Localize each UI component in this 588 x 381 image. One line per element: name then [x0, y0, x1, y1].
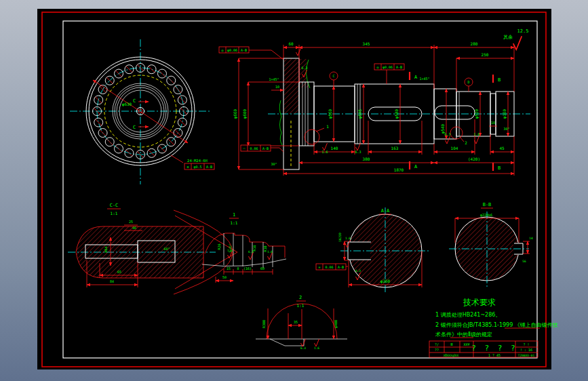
dim-label: 1.6 [267, 250, 273, 254]
feature-frame-cell: ◎ [221, 48, 223, 52]
dim-label: 1.6 [321, 150, 328, 154]
dim-label: 1.6 [314, 346, 319, 350]
tb-cell-r1c3: XX¥ [463, 342, 469, 346]
dim-label: 6.3 [355, 269, 361, 273]
dim-label: C-C [110, 203, 119, 208]
dim-label: 6.3 [355, 150, 361, 154]
dim-label: 6.3 [444, 132, 450, 136]
cc-hatched-body [76, 226, 203, 278]
feature-frame-cell: ⌒ [243, 146, 245, 151]
dim-label: 1×45° [269, 77, 279, 81]
tech-req-item-3: 术条件》中的Ⅱ级的规定 [435, 332, 492, 338]
tb-cell-right2: ! : 16 [520, 348, 532, 352]
dim-label: D [467, 80, 469, 84]
tb-cell-r2c1: ?? [435, 348, 439, 352]
dim-label: R300 [262, 320, 266, 328]
dim-label: C [332, 74, 334, 78]
feature-frame-cell: φ0.06 [227, 48, 237, 53]
dim-label: 6.3 [248, 250, 254, 254]
dim-label: 30° [503, 127, 509, 131]
drawing-number: TZ08XX-01 [518, 354, 535, 357]
dim-label: 60 [260, 266, 264, 270]
dim-label: φ260 [380, 279, 391, 284]
dim-label: 60° [163, 247, 170, 251]
dim-label: 6.3 [301, 66, 307, 70]
feature-frame-cell: A-B [206, 165, 212, 169]
tb-cell-bottom-mid: 1 ? 45 [488, 353, 501, 357]
dim-label: φ545 [357, 108, 363, 119]
dim-label: 1:1 [297, 303, 305, 308]
dim-label: φ580 [394, 108, 399, 119]
feature-frame: ⌒0.06A-B [241, 145, 271, 151]
dim-label: 280 [471, 41, 478, 46]
dim-label: B [498, 165, 501, 171]
dim-label: 1×45° [419, 77, 429, 81]
feature-frame-cell: A-B [262, 146, 269, 151]
dim-label: 30° [271, 162, 277, 166]
dim-label: φ630 [122, 102, 132, 107]
feature-frame-cell: 0.06 [325, 265, 333, 269]
feature-frame-cell: 0.06 [250, 146, 258, 151]
cad-viewport[interactable]: 技术要求 1 调质处理HB241~286。 2 锻件须符合JB/T4385.1-… [0, 0, 588, 381]
dim-label: 140 [331, 146, 338, 151]
dim-label: 18 [491, 121, 495, 125]
dim-label: 46 [132, 226, 136, 230]
dim-label: 1870 [394, 167, 404, 172]
feature-frame-cell: A-B [241, 48, 247, 52]
tech-req-item-2: 2 锻件须符合JB/T4385.1-1999 《锤上自由锻件技 [435, 322, 558, 328]
tb-cell-r1c1: ?/ [435, 342, 439, 346]
dim-label: 56 [522, 260, 526, 263]
dim-label: 163 [391, 146, 399, 151]
dim-label: 2 [299, 295, 302, 300]
dim-label: (16) [243, 266, 252, 270]
tech-req-item-1: 1 调质处理HB241~286。 [435, 312, 501, 318]
dim-label: 8 [237, 266, 239, 270]
feature-frame-cell: A-B [338, 265, 344, 269]
dim-label: 24-M24-6H [187, 159, 208, 163]
dim-label: 25 [129, 220, 133, 224]
dim-label: 15 [227, 266, 231, 270]
dim-label: 1:1 [231, 220, 238, 225]
dim-label: 56JS9 [338, 233, 342, 242]
tb-cell-r1c2: Ⅲ [450, 342, 452, 346]
tb-cell-bottom-left: XⅡXXXqⅠXX [444, 354, 459, 357]
dim-label: 1.6 [227, 249, 233, 252]
dim-label: 1 [326, 124, 329, 129]
dim-label: 380 [363, 157, 370, 161]
feature-frame: =0.06A-B [316, 264, 346, 270]
dim-label: 104 [451, 146, 458, 151]
feature-frame-cell: φ0.06 [383, 65, 393, 70]
dim-label: φ400 [334, 320, 338, 328]
dim-label: φ660 [233, 108, 238, 119]
dim-label: 2 [465, 140, 467, 145]
feature-frame: ◎φ0.06A-B [374, 64, 404, 70]
tb-cell-right1: ? ! [523, 342, 529, 346]
dim-label: 65 [117, 270, 121, 274]
dim-label: 10 [275, 85, 279, 89]
dim-label: 84 [110, 279, 114, 283]
dim-label: A-A [381, 208, 390, 214]
feature-frame-cell: ⊕ [187, 165, 189, 169]
dim-label: C [133, 125, 136, 130]
dim-label: φ560 [328, 108, 333, 119]
dim-label: 345 [363, 41, 370, 46]
feature-frame: ◎φ0.06A-B [219, 47, 249, 53]
dim-label: 1.6 [345, 237, 351, 240]
dim-label: C [133, 98, 136, 104]
dim-label: 其余 [503, 35, 513, 40]
dim-label: 250 [482, 52, 489, 57]
feature-frame-cell: φ0.5 [193, 165, 201, 169]
dim-label: φ160 [502, 108, 507, 119]
dim-label: B-B [483, 202, 492, 207]
feature-frame-cell: A-B [396, 65, 402, 69]
tech-req-title: 技术要求 [463, 298, 496, 307]
feature-frame-cell: ◎ [376, 65, 378, 69]
dim-label: φ520 [474, 108, 479, 119]
flange-section-hatch [284, 59, 298, 114]
dim-label: B [498, 77, 501, 83]
dim-label: 60 [288, 41, 294, 46]
dim-label: 6.3 [300, 346, 306, 350]
dim-label: φ600 [242, 108, 248, 119]
dim-label: φ220k6 [480, 213, 492, 218]
dim-label: M64 [104, 246, 108, 252]
